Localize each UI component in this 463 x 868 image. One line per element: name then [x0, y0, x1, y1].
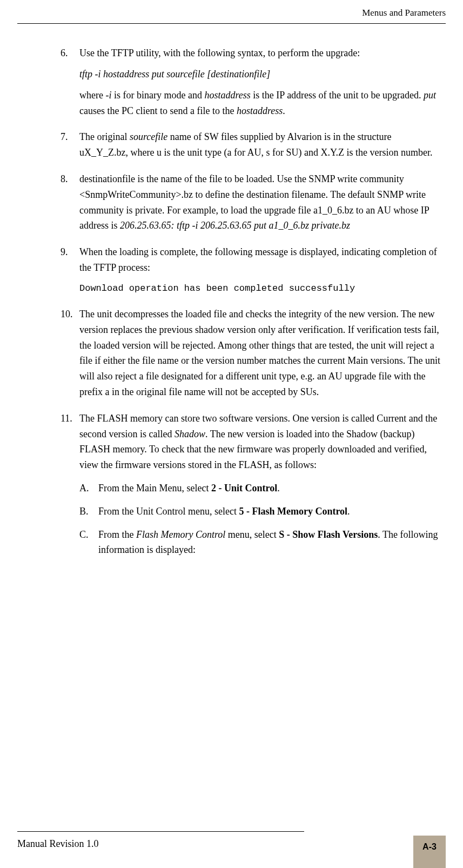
- text-run: The original: [79, 131, 130, 142]
- text-run: is the IP address of the unit to be upgr…: [251, 90, 424, 101]
- paragraph: destinationfile is the name of the file …: [79, 171, 440, 233]
- paragraph: The unit decompresses the loaded file an…: [79, 306, 440, 400]
- sub-list: A.From the Main Menu, select 2 - Unit Co…: [79, 480, 440, 558]
- footer-rule: [17, 831, 304, 832]
- list-item: 9.When the loading is complete, the foll…: [61, 244, 440, 296]
- text-run: S - Show Flash Versions: [279, 529, 378, 540]
- list-number: 9.: [61, 244, 79, 296]
- list-item: 8.destinationfile is the name of the fil…: [61, 171, 440, 233]
- paragraph: tftp -i hostaddress put sourcefile [dest…: [79, 66, 440, 82]
- page-footer: Manual Revision 1.0 A-3: [0, 831, 463, 868]
- text-run: From the Unit Control menu, select: [98, 506, 239, 517]
- paragraph: The FLASH memory can store two software …: [79, 411, 440, 473]
- page-content: 6.Use the TFTP utility, with the followi…: [17, 45, 446, 565]
- text-run: .: [283, 105, 285, 116]
- header-title: Menus and Parameters: [362, 8, 446, 18]
- text-run: -i: [105, 90, 111, 101]
- sub-letter: B.: [79, 504, 98, 519]
- sub-letter: A.: [79, 480, 98, 496]
- text-run: .: [277, 483, 280, 493]
- text-run: sourcefile: [130, 131, 167, 142]
- list-body: destinationfile is the name of the file …: [79, 171, 440, 233]
- text-run: From the Main Menu, select: [98, 483, 211, 493]
- list-body: When the loading is complete, the follow…: [79, 244, 440, 296]
- paragraph: Download operation has been completed su…: [79, 281, 440, 296]
- sub-list-item: A.From the Main Menu, select 2 - Unit Co…: [79, 480, 440, 496]
- text-run: 5 - Flash Memory Control: [239, 506, 347, 517]
- list-number: 8.: [61, 171, 79, 233]
- sub-list-item: B.From the Unit Control menu, select 5 -…: [79, 504, 440, 519]
- list-body: The FLASH memory can store two software …: [79, 411, 440, 565]
- text-run: Shadow: [175, 429, 205, 439]
- text-run: 2 - Unit Control: [211, 483, 277, 493]
- list-number: 11.: [61, 411, 79, 565]
- footer-revision: Manual Revision 1.0: [17, 836, 446, 852]
- paragraph: where -i is for binary mode and hostaddr…: [79, 88, 440, 119]
- page-number: A-3: [422, 840, 437, 854]
- list-body: The unit decompresses the loaded file an…: [79, 306, 440, 400]
- text-run: 206.25.63.65: tftp -i 206.25.63.65 put a…: [120, 220, 350, 231]
- paragraph: When the loading is complete, the follow…: [79, 244, 440, 276]
- document-page: Menus and Parameters 6.Use the TFTP util…: [0, 0, 463, 868]
- paragraph: The original sourcefile name of SW files…: [79, 129, 440, 161]
- page-number-bar: A-3: [413, 836, 446, 868]
- list-body: Use the TFTP utility, with the following…: [79, 45, 440, 118]
- list-number: 7.: [61, 129, 79, 161]
- paragraph: Use the TFTP utility, with the following…: [79, 45, 440, 61]
- sub-body: From the Flash Memory Control menu, sele…: [98, 527, 440, 558]
- text-run: .: [347, 506, 350, 517]
- sub-body: From the Main Menu, select 2 - Unit Cont…: [98, 480, 440, 496]
- list-number: 10.: [61, 306, 79, 400]
- text-run: put: [424, 90, 436, 101]
- page-header: Menus and Parameters: [17, 0, 446, 24]
- list-item: 11.The FLASH memory can store two softwa…: [61, 411, 440, 565]
- sub-body: From the Unit Control menu, select 5 - F…: [98, 504, 440, 519]
- text-run: causes the PC client to send a file to t…: [79, 105, 237, 116]
- text-run: hostaddress: [237, 105, 283, 116]
- list-body: The original sourcefile name of SW files…: [79, 129, 440, 161]
- list-item: 7.The original sourcefile name of SW fil…: [61, 129, 440, 161]
- text-run: From the: [98, 529, 136, 540]
- list-item: 6.Use the TFTP utility, with the followi…: [61, 45, 440, 118]
- text-run: is for binary mode and: [111, 90, 204, 101]
- text-run: Flash Memory Control: [136, 529, 225, 540]
- list-item: 10.The unit decompresses the loaded file…: [61, 306, 440, 400]
- sub-list-item: C.From the Flash Memory Control menu, se…: [79, 527, 440, 558]
- sub-letter: C.: [79, 527, 98, 558]
- text-run: menu, select: [225, 529, 279, 540]
- list-number: 6.: [61, 45, 79, 118]
- text-run: where: [79, 90, 105, 101]
- text-run: hostaddress: [204, 90, 250, 101]
